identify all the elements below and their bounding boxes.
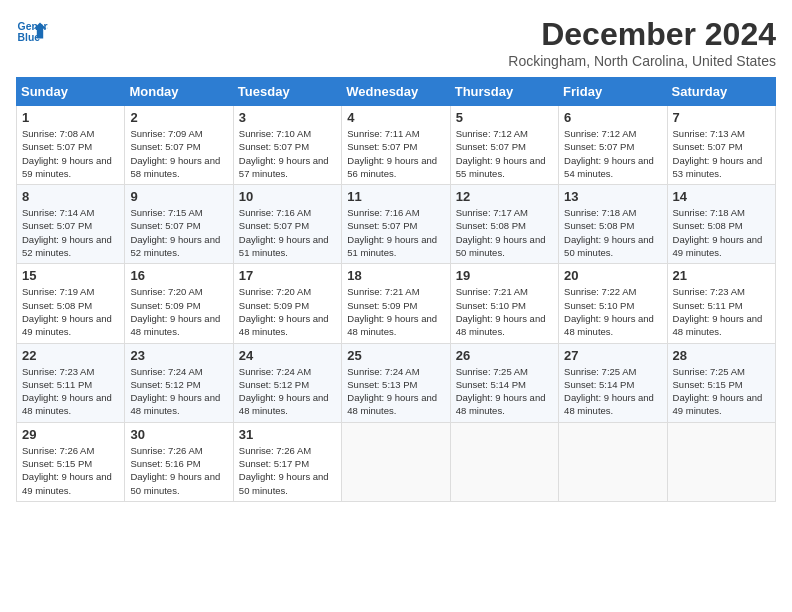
header: General Blue December 2024 Rockingham, N… bbox=[16, 16, 776, 69]
day-info: Sunrise: 7:26 AMSunset: 5:16 PMDaylight:… bbox=[130, 445, 220, 496]
day-info: Sunrise: 7:11 AMSunset: 5:07 PMDaylight:… bbox=[347, 128, 437, 179]
calendar-cell: 19Sunrise: 7:21 AMSunset: 5:10 PMDayligh… bbox=[450, 264, 558, 343]
day-number: 14 bbox=[673, 189, 770, 204]
calendar-cell: 28Sunrise: 7:25 AMSunset: 5:15 PMDayligh… bbox=[667, 343, 775, 422]
weekday-header-tuesday: Tuesday bbox=[233, 78, 341, 106]
page-container: General Blue December 2024 Rockingham, N… bbox=[16, 16, 776, 502]
day-number: 23 bbox=[130, 348, 227, 363]
calendar-cell: 20Sunrise: 7:22 AMSunset: 5:10 PMDayligh… bbox=[559, 264, 667, 343]
day-number: 9 bbox=[130, 189, 227, 204]
weekday-header-saturday: Saturday bbox=[667, 78, 775, 106]
day-number: 3 bbox=[239, 110, 336, 125]
calendar-cell: 1Sunrise: 7:08 AMSunset: 5:07 PMDaylight… bbox=[17, 106, 125, 185]
calendar-cell: 23Sunrise: 7:24 AMSunset: 5:12 PMDayligh… bbox=[125, 343, 233, 422]
calendar-cell: 11Sunrise: 7:16 AMSunset: 5:07 PMDayligh… bbox=[342, 185, 450, 264]
calendar-week-row: 29Sunrise: 7:26 AMSunset: 5:15 PMDayligh… bbox=[17, 422, 776, 501]
day-info: Sunrise: 7:12 AMSunset: 5:07 PMDaylight:… bbox=[456, 128, 546, 179]
calendar-week-row: 15Sunrise: 7:19 AMSunset: 5:08 PMDayligh… bbox=[17, 264, 776, 343]
day-info: Sunrise: 7:24 AMSunset: 5:12 PMDaylight:… bbox=[239, 366, 329, 417]
location: Rockingham, North Carolina, United State… bbox=[508, 53, 776, 69]
day-number: 28 bbox=[673, 348, 770, 363]
day-number: 27 bbox=[564, 348, 661, 363]
weekday-header-friday: Friday bbox=[559, 78, 667, 106]
calendar-week-row: 8Sunrise: 7:14 AMSunset: 5:07 PMDaylight… bbox=[17, 185, 776, 264]
day-info: Sunrise: 7:25 AMSunset: 5:15 PMDaylight:… bbox=[673, 366, 763, 417]
day-number: 1 bbox=[22, 110, 119, 125]
calendar-cell: 18Sunrise: 7:21 AMSunset: 5:09 PMDayligh… bbox=[342, 264, 450, 343]
day-number: 5 bbox=[456, 110, 553, 125]
calendar-cell bbox=[342, 422, 450, 501]
weekday-header-row: SundayMondayTuesdayWednesdayThursdayFrid… bbox=[17, 78, 776, 106]
calendar-cell: 9Sunrise: 7:15 AMSunset: 5:07 PMDaylight… bbox=[125, 185, 233, 264]
calendar-cell: 8Sunrise: 7:14 AMSunset: 5:07 PMDaylight… bbox=[17, 185, 125, 264]
day-info: Sunrise: 7:18 AMSunset: 5:08 PMDaylight:… bbox=[673, 207, 763, 258]
day-number: 16 bbox=[130, 268, 227, 283]
day-number: 8 bbox=[22, 189, 119, 204]
day-number: 26 bbox=[456, 348, 553, 363]
day-number: 24 bbox=[239, 348, 336, 363]
day-number: 13 bbox=[564, 189, 661, 204]
calendar-cell: 13Sunrise: 7:18 AMSunset: 5:08 PMDayligh… bbox=[559, 185, 667, 264]
logo: General Blue bbox=[16, 16, 48, 48]
day-info: Sunrise: 7:21 AMSunset: 5:10 PMDaylight:… bbox=[456, 286, 546, 337]
day-info: Sunrise: 7:10 AMSunset: 5:07 PMDaylight:… bbox=[239, 128, 329, 179]
calendar-cell: 17Sunrise: 7:20 AMSunset: 5:09 PMDayligh… bbox=[233, 264, 341, 343]
day-info: Sunrise: 7:19 AMSunset: 5:08 PMDaylight:… bbox=[22, 286, 112, 337]
day-info: Sunrise: 7:24 AMSunset: 5:13 PMDaylight:… bbox=[347, 366, 437, 417]
day-info: Sunrise: 7:24 AMSunset: 5:12 PMDaylight:… bbox=[130, 366, 220, 417]
day-info: Sunrise: 7:17 AMSunset: 5:08 PMDaylight:… bbox=[456, 207, 546, 258]
day-info: Sunrise: 7:25 AMSunset: 5:14 PMDaylight:… bbox=[456, 366, 546, 417]
calendar-cell: 29Sunrise: 7:26 AMSunset: 5:15 PMDayligh… bbox=[17, 422, 125, 501]
day-info: Sunrise: 7:18 AMSunset: 5:08 PMDaylight:… bbox=[564, 207, 654, 258]
calendar-cell bbox=[559, 422, 667, 501]
day-number: 19 bbox=[456, 268, 553, 283]
day-number: 6 bbox=[564, 110, 661, 125]
day-info: Sunrise: 7:16 AMSunset: 5:07 PMDaylight:… bbox=[239, 207, 329, 258]
day-number: 30 bbox=[130, 427, 227, 442]
day-number: 11 bbox=[347, 189, 444, 204]
calendar-cell: 6Sunrise: 7:12 AMSunset: 5:07 PMDaylight… bbox=[559, 106, 667, 185]
weekday-header-sunday: Sunday bbox=[17, 78, 125, 106]
day-info: Sunrise: 7:13 AMSunset: 5:07 PMDaylight:… bbox=[673, 128, 763, 179]
day-number: 18 bbox=[347, 268, 444, 283]
calendar-week-row: 1Sunrise: 7:08 AMSunset: 5:07 PMDaylight… bbox=[17, 106, 776, 185]
day-info: Sunrise: 7:14 AMSunset: 5:07 PMDaylight:… bbox=[22, 207, 112, 258]
day-info: Sunrise: 7:23 AMSunset: 5:11 PMDaylight:… bbox=[22, 366, 112, 417]
calendar-cell: 31Sunrise: 7:26 AMSunset: 5:17 PMDayligh… bbox=[233, 422, 341, 501]
day-number: 20 bbox=[564, 268, 661, 283]
calendar-cell: 15Sunrise: 7:19 AMSunset: 5:08 PMDayligh… bbox=[17, 264, 125, 343]
title-area: December 2024 Rockingham, North Carolina… bbox=[508, 16, 776, 69]
day-info: Sunrise: 7:16 AMSunset: 5:07 PMDaylight:… bbox=[347, 207, 437, 258]
day-info: Sunrise: 7:08 AMSunset: 5:07 PMDaylight:… bbox=[22, 128, 112, 179]
day-number: 17 bbox=[239, 268, 336, 283]
day-number: 21 bbox=[673, 268, 770, 283]
day-number: 7 bbox=[673, 110, 770, 125]
day-number: 10 bbox=[239, 189, 336, 204]
calendar-cell: 24Sunrise: 7:24 AMSunset: 5:12 PMDayligh… bbox=[233, 343, 341, 422]
day-info: Sunrise: 7:26 AMSunset: 5:17 PMDaylight:… bbox=[239, 445, 329, 496]
weekday-header-monday: Monday bbox=[125, 78, 233, 106]
day-number: 4 bbox=[347, 110, 444, 125]
month-title: December 2024 bbox=[508, 16, 776, 53]
weekday-header-wednesday: Wednesday bbox=[342, 78, 450, 106]
logo-icon: General Blue bbox=[16, 16, 48, 48]
calendar-cell: 5Sunrise: 7:12 AMSunset: 5:07 PMDaylight… bbox=[450, 106, 558, 185]
day-info: Sunrise: 7:23 AMSunset: 5:11 PMDaylight:… bbox=[673, 286, 763, 337]
calendar-cell: 2Sunrise: 7:09 AMSunset: 5:07 PMDaylight… bbox=[125, 106, 233, 185]
calendar-cell: 16Sunrise: 7:20 AMSunset: 5:09 PMDayligh… bbox=[125, 264, 233, 343]
calendar-cell: 12Sunrise: 7:17 AMSunset: 5:08 PMDayligh… bbox=[450, 185, 558, 264]
day-info: Sunrise: 7:15 AMSunset: 5:07 PMDaylight:… bbox=[130, 207, 220, 258]
day-number: 12 bbox=[456, 189, 553, 204]
day-info: Sunrise: 7:12 AMSunset: 5:07 PMDaylight:… bbox=[564, 128, 654, 179]
calendar-cell: 4Sunrise: 7:11 AMSunset: 5:07 PMDaylight… bbox=[342, 106, 450, 185]
weekday-header-thursday: Thursday bbox=[450, 78, 558, 106]
calendar-cell: 22Sunrise: 7:23 AMSunset: 5:11 PMDayligh… bbox=[17, 343, 125, 422]
day-info: Sunrise: 7:26 AMSunset: 5:15 PMDaylight:… bbox=[22, 445, 112, 496]
day-info: Sunrise: 7:20 AMSunset: 5:09 PMDaylight:… bbox=[239, 286, 329, 337]
calendar-cell bbox=[667, 422, 775, 501]
day-number: 2 bbox=[130, 110, 227, 125]
calendar-table: SundayMondayTuesdayWednesdayThursdayFrid… bbox=[16, 77, 776, 502]
calendar-cell: 25Sunrise: 7:24 AMSunset: 5:13 PMDayligh… bbox=[342, 343, 450, 422]
calendar-cell: 10Sunrise: 7:16 AMSunset: 5:07 PMDayligh… bbox=[233, 185, 341, 264]
calendar-cell: 30Sunrise: 7:26 AMSunset: 5:16 PMDayligh… bbox=[125, 422, 233, 501]
